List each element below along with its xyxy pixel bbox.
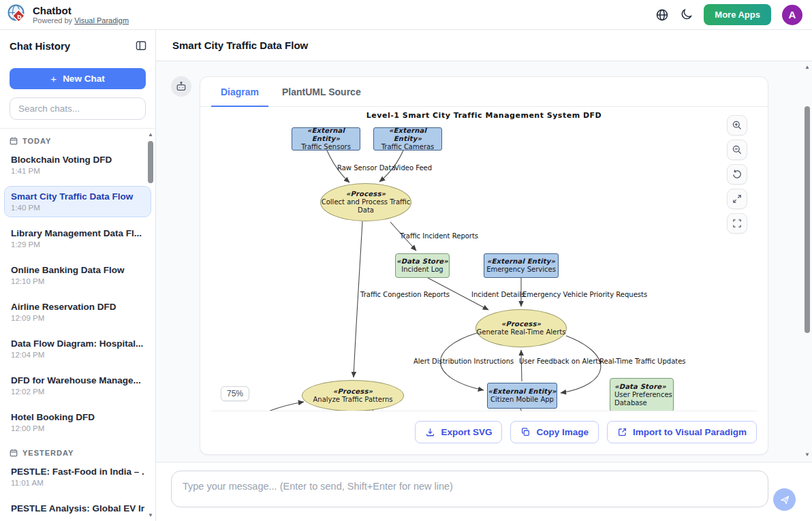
node-incident-log: «Data Store» Incident Log xyxy=(395,253,450,278)
app-title: Chatbot xyxy=(33,5,129,16)
top-header: Chatbot Powered by Visual Paradigm More … xyxy=(0,0,812,30)
reset-view-icon[interactable] xyxy=(727,164,747,185)
language-globe-icon[interactable] xyxy=(655,8,669,22)
more-apps-button[interactable]: More Apps xyxy=(704,4,771,25)
diagram-canvas[interactable]: Level-1 Smart City Traffic Management Sy… xyxy=(211,107,757,411)
node-traffic-cameras: «External Entity» Traffic Cameras xyxy=(373,127,442,151)
diagram-message-card: Diagram PlantUML Source Level-1 Smart Ci… xyxy=(200,76,768,455)
diagram-edges xyxy=(211,107,748,411)
node-user-preferences-database: «Data Store» User Preferences Database xyxy=(610,378,674,411)
chat-history-item[interactable]: PESTLE: Fast-Food in India – ... 11:01 A… xyxy=(4,461,151,492)
edge-label-alert-distribution-instructions: Alert Distribution Instructions xyxy=(413,358,514,365)
zoom-out-icon[interactable] xyxy=(727,140,747,160)
edge-label-traffic-congestion-reports: Traffic Congestion Reports xyxy=(360,291,450,298)
robot-icon xyxy=(175,80,187,93)
tab-diagram[interactable]: Diagram xyxy=(211,77,268,107)
diagram-zoom-controls xyxy=(727,115,747,234)
edge-label-user-feedback-on-alerts: User Feedback on Alerts xyxy=(519,358,602,365)
chat-history-item[interactable]: Hotel Booking DFD 12:00 PM xyxy=(4,407,151,438)
app-logo-icon xyxy=(7,3,27,27)
edge-label-raw-sensor-data: Raw Sensor Data xyxy=(337,164,396,172)
node-analyze-traffic-patterns: «Process» Analyze Traffic Patterns xyxy=(302,380,404,411)
new-chat-button[interactable]: + New Chat xyxy=(10,68,146,89)
chat-history-item[interactable]: Airline Reservation DFD 12:09 PM xyxy=(4,296,151,328)
sidebar: Chat History + New Chat TODAY Blockchain… xyxy=(0,30,156,521)
edge-label-real-time-traffic-updates: Real-Time Traffic Updates xyxy=(599,358,686,365)
sidebar-scrollbar-thumb[interactable] xyxy=(148,141,153,183)
powered-by: Powered by Visual Paradigm xyxy=(33,16,129,25)
message-composer xyxy=(156,462,812,521)
node-emergency-services: «External Entity» Emergency Services xyxy=(484,253,559,278)
section-label-today: TODAY xyxy=(0,131,155,149)
scroll-up-icon[interactable]: ▲ xyxy=(146,131,155,138)
chat-history-item[interactable]: Data Flow Diagram: Hospital... 12:04 PM xyxy=(4,333,151,364)
tab-plantuml-source[interactable]: PlantUML Source xyxy=(272,77,371,107)
expand-icon[interactable] xyxy=(727,189,747,209)
main-panel: Smart City Traffic Data Flow Diagram Pla… xyxy=(156,30,812,521)
send-plane-icon xyxy=(779,494,790,505)
edge-label-traffic-incident-reports: Traffic Incident Reports xyxy=(400,232,478,240)
search-input[interactable] xyxy=(10,97,146,120)
scroll-down-icon[interactable]: ▼ xyxy=(803,452,811,458)
download-icon xyxy=(425,427,435,437)
scroll-down-icon[interactable]: ▼ xyxy=(146,512,155,518)
chat-history-list: TODAY Blockchain Voting DFD 1:41 PM Smar… xyxy=(0,128,155,521)
fullscreen-icon[interactable] xyxy=(727,213,747,234)
plus-icon: + xyxy=(50,73,57,84)
copy-icon xyxy=(520,427,531,437)
import-to-visual-paradigm-button[interactable]: Import to Visual Paradigm xyxy=(607,421,757,443)
chat-history-item[interactable]: Library Management Data Fl... 1:29 PM xyxy=(4,223,151,254)
scroll-up-icon[interactable]: ▲ xyxy=(803,64,811,70)
chat-scrollbar-thumb[interactable] xyxy=(805,106,810,333)
dark-mode-moon-icon[interactable] xyxy=(680,8,693,21)
chat-scrollbar[interactable]: ▲ ▼ xyxy=(803,64,811,458)
message-input[interactable] xyxy=(171,471,768,507)
node-collect-process-traffic-data: «Process» Collect and Process Traffic Da… xyxy=(320,183,411,221)
edge-label-video-feed: Video Feed xyxy=(394,164,432,172)
tab-bar: Diagram PlantUML Source xyxy=(200,77,768,107)
edge-label-incident-details: Incident Details xyxy=(471,291,525,298)
avatar[interactable]: A xyxy=(782,5,802,25)
section-label-yesterday: YESTERDAY xyxy=(0,443,155,461)
brand: Chatbot Powered by Visual Paradigm xyxy=(7,3,129,27)
node-traffic-sensors: «External Entity» Traffic Sensors xyxy=(292,127,360,151)
calendar-icon xyxy=(10,449,18,457)
sidebar-scrollbar[interactable]: ▲ ▼ xyxy=(146,130,155,520)
external-link-icon xyxy=(617,427,627,437)
zoom-in-icon[interactable] xyxy=(727,115,747,136)
chat-history-item[interactable]: Blockchain Voting DFD 1:41 PM xyxy=(4,149,151,180)
chat-history-item-selected[interactable]: Smart City Traffic Data Flow 1:40 PM xyxy=(4,186,151,217)
send-button[interactable] xyxy=(773,488,796,511)
chat-history-item[interactable]: Online Banking Data Flow 12:10 PM xyxy=(4,259,151,291)
chat-history-item[interactable]: DFD for Warehouse Manage... 12:02 PM xyxy=(4,370,151,401)
copy-image-button[interactable]: Copy Image xyxy=(510,421,599,443)
collapse-sidebar-icon[interactable] xyxy=(135,40,147,52)
export-svg-button[interactable]: Export SVG xyxy=(415,421,502,443)
node-generate-real-time-alerts: «Process» Generate Real-Time Alerts xyxy=(475,309,567,347)
chat-area: Diagram PlantUML Source Level-1 Smart Ci… xyxy=(156,61,812,462)
page-title: Smart City Traffic Data Flow xyxy=(156,30,812,61)
chat-history-item[interactable]: PESTLE Analysis: Global EV In... xyxy=(4,498,151,521)
node-citizen-mobile-app: «External Entity» Citizen Mobile App xyxy=(487,383,557,409)
bot-avatar xyxy=(171,76,191,97)
diagram-actions: Export SVG Copy Image Import to Vis xyxy=(200,411,768,454)
sidebar-title: Chat History xyxy=(10,40,70,52)
visual-paradigm-link[interactable]: Visual Paradigm xyxy=(74,16,129,25)
zoom-level-badge: 75% xyxy=(221,386,249,401)
edge-label-emergency-vehicle-priority-requests: Emergency Vehicle Priority Requests xyxy=(522,291,647,298)
calendar-icon xyxy=(10,137,18,145)
